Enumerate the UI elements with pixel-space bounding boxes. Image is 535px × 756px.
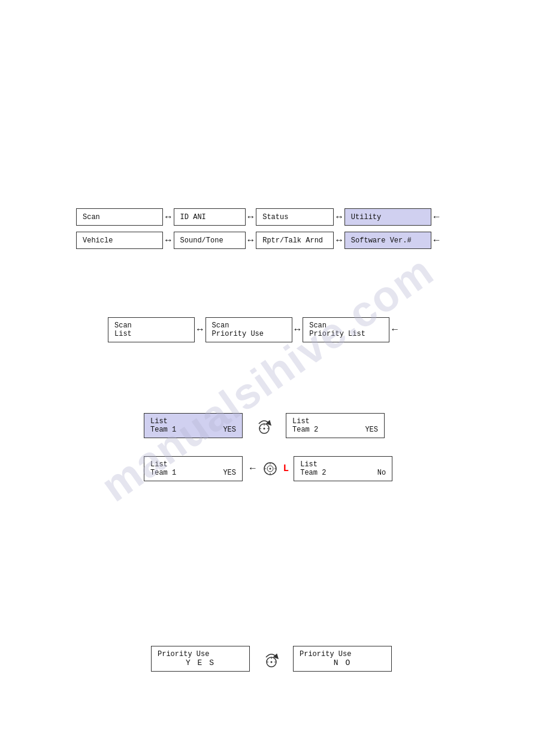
scan-priority-use-line2: Priority Use [212,330,286,338]
list-team2-box-2[interactable]: List Team 2 No [294,456,392,481]
left-arrow: ← [250,463,256,474]
list-team2-box-1[interactable]: List Team 2 YES [286,413,385,438]
scan-priority-list-box[interactable]: Scan Priority List [303,317,389,342]
scan-priority-use-box[interactable]: Scan Priority Use [205,317,292,342]
list-team-row-2: List Team 1 YES ← [144,456,392,481]
menu-id-ani[interactable]: ID ANI [174,208,246,226]
arrow-5: ↔ [165,235,171,246]
list-team1-box-2[interactable]: List Team 1 YES [144,456,243,481]
knob-icon-3 [261,648,282,670]
section-list-team: List Team 1 YES [144,413,392,481]
section-priority-use: Priority Use Y E S Prior [151,646,392,672]
menu-row-2: Vehicle ↔ Sound/Tone ↔ Rptr/Talk Arnd ↔ … [76,232,442,249]
priority-use-no-value: N O [300,658,385,667]
list-team1-box-1[interactable]: List Team 1 YES [144,413,243,438]
priority-use-row: Priority Use Y E S Prior [151,646,392,672]
priority-use-yes-value: Y E S [158,658,243,667]
menu-row-1: Scan ↔ ID ANI ↔ Status ↔ Utility ← [76,208,442,226]
arrow-1: ↔ [165,212,171,223]
knob-icon-2 [259,458,281,479]
svg-point-1 [264,428,265,430]
scan-list-box[interactable]: Scan List [108,317,195,342]
menu-vehicle[interactable]: Vehicle [76,232,163,249]
arrow-6: ↔ [248,235,254,246]
scan-arrow-3: ← [392,324,398,335]
menu-sound-tone[interactable]: Sound/Tone [174,232,246,249]
arrow-4: ← [434,212,440,223]
priority-use-yes-box[interactable]: Priority Use Y E S [151,646,250,672]
watermark: manualsihive.com [0,0,535,756]
menu-rptr-talk-arnd[interactable]: Rptr/Talk Arnd [256,232,334,249]
scan-priority-list-line2: Priority List [309,330,383,338]
arrow-2: ↔ [248,212,254,223]
scan-arrow-2: ↔ [295,324,301,335]
menu-utility[interactable]: Utility [344,208,431,226]
svg-point-7 [269,468,271,470]
section-scan-submenu: Scan List ↔ Scan Priority Use ↔ Scan Pri… [108,317,400,342]
menu-scan[interactable]: Scan [76,208,163,226]
svg-point-13 [271,661,273,663]
list-team-row-1: List Team 1 YES [144,413,392,438]
arrow-7: ↔ [336,235,342,246]
menu-status[interactable]: Status [256,208,334,226]
knob-icon-1 [253,415,275,436]
scan-arrow-1: ↔ [197,324,203,335]
scan-list-line2: List [114,330,188,338]
priority-use-no-box[interactable]: Priority Use N O [293,646,392,672]
arrow-3: ↔ [336,212,342,223]
red-l-indicator: L [283,463,289,474]
arrow-knob-group: ← L [247,458,289,479]
arrow-8: ← [434,235,440,246]
section-menu-navigation: Scan ↔ ID ANI ↔ Status ↔ Utility ← Vehic… [76,208,442,249]
menu-software-ver[interactable]: Software Ver.# [344,232,431,249]
scan-submenu-row: Scan List ↔ Scan Priority Use ↔ Scan Pri… [108,317,400,342]
